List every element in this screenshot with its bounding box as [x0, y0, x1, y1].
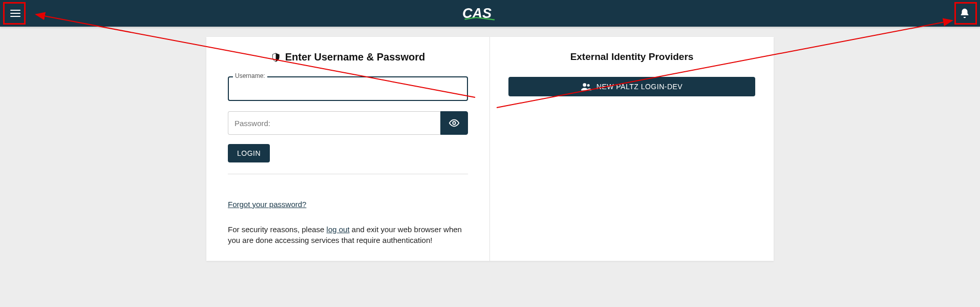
svg-point-5: [583, 83, 586, 87]
app-logo: CAS: [462, 4, 518, 23]
provider-button-label: NEW PALTZ LOGIN-DEV: [596, 83, 683, 91]
login-title-text: Enter Username & Password: [285, 51, 425, 63]
password-input[interactable]: [228, 111, 440, 135]
logout-link[interactable]: log out: [327, 225, 350, 234]
notifications-icon[interactable]: [958, 7, 971, 19]
security-notice: For security reasons, please log out and…: [228, 224, 468, 245]
external-provider-button[interactable]: NEW PALTZ LOGIN-DEV: [508, 77, 755, 96]
people-icon: [581, 83, 591, 91]
password-field-group: [228, 111, 468, 135]
username-input[interactable]: [228, 76, 468, 101]
main-content: Enter Username & Password Username: LOGI…: [0, 27, 980, 261]
forgot-password-link[interactable]: Forgot your password?: [228, 200, 306, 209]
security-prefix: For security reasons, please: [228, 225, 327, 234]
svg-point-4: [453, 121, 456, 125]
svg-point-6: [587, 84, 589, 87]
username-field-group: Username:: [228, 76, 468, 101]
login-button[interactable]: LOGIN: [228, 144, 270, 162]
divider: [228, 174, 468, 174]
login-card: Enter Username & Password Username: LOGI…: [206, 37, 774, 261]
login-panel: Enter Username & Password Username: LOGI…: [206, 37, 490, 261]
login-title: Enter Username & Password: [228, 51, 468, 63]
providers-title: External Identity Providers: [508, 51, 755, 63]
app-header: CAS: [0, 0, 980, 27]
menu-icon[interactable]: [9, 7, 22, 19]
toggle-password-visibility-button[interactable]: [440, 111, 468, 135]
external-providers-panel: External Identity Providers NEW PALTZ LO…: [490, 37, 774, 261]
username-label: Username:: [233, 72, 267, 79]
eye-icon: [449, 117, 460, 129]
shield-icon: [271, 52, 281, 63]
